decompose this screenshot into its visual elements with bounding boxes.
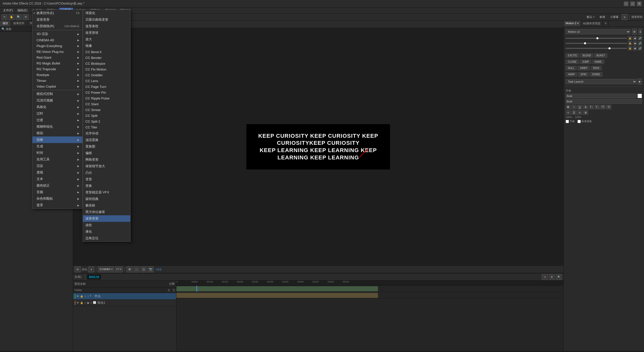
menu-rg-magic[interactable]: RG Magic Bullet ▶ xyxy=(33,60,82,66)
btn-strikethrough[interactable]: S̶ xyxy=(583,105,588,109)
playhead[interactable] xyxy=(197,286,197,292)
menu-red-giant[interactable]: Red Giant ▶ xyxy=(33,55,82,60)
slider1-key[interactable]: ◆ xyxy=(633,36,637,40)
checkbox-ziyu[interactable] xyxy=(566,120,569,123)
slider1-lock[interactable]: 🔒 xyxy=(628,36,632,40)
menu-revision[interactable]: RE:Vision Plug-ins ▶ xyxy=(33,49,82,55)
sub-warp[interactable]: 变形 xyxy=(83,176,130,183)
slider2-lock[interactable]: 🔒 xyxy=(628,41,632,45)
font-name-input[interactable] xyxy=(566,94,637,98)
time-display[interactable]: 00020 xyxy=(87,274,101,280)
right-tab-scripts[interactable]: AE脚本管理器 xyxy=(581,21,603,26)
btn-align-left[interactable]: ≡ xyxy=(566,110,571,115)
slider-2[interactable] xyxy=(566,43,627,44)
sub-polar[interactable]: 极坐标 xyxy=(83,202,130,209)
btn-harp[interactable]: HARP xyxy=(566,72,577,77)
task-launch-run[interactable]: ▶ xyxy=(638,79,642,85)
menu-audio[interactable]: 音频 ▶ xyxy=(33,189,82,195)
sub-bulge[interactable]: 凸出 xyxy=(83,169,130,176)
sub-offset[interactable]: 偏移 xyxy=(83,150,130,156)
vp-settings[interactable]: ⚙ xyxy=(75,266,81,272)
sub-warp-stabilizer[interactable]: 变形稳定器 VFX xyxy=(83,189,130,196)
sub-transform[interactable]: 变换 xyxy=(83,183,130,189)
workspace-standard[interactable]: 标准 xyxy=(598,15,607,19)
checkbox-biaoqian[interactable] xyxy=(577,120,581,123)
menu-file[interactable]: 文件(F) xyxy=(1,8,15,13)
workspace-more[interactable]: ≡ xyxy=(622,14,628,20)
sub-cc-split2[interactable]: CC Split 2 xyxy=(83,119,130,124)
tl-btn2[interactable]: ⚙ xyxy=(549,274,555,280)
btn-name[interactable]: NAME xyxy=(592,60,604,64)
sub-cc-lens[interactable]: CC Lens xyxy=(83,78,130,84)
slider3-lock[interactable]: 🔒 xyxy=(628,46,632,50)
btn-align-justify[interactable]: ≣ xyxy=(583,110,588,115)
btn-bold[interactable]: B xyxy=(566,105,571,109)
sub-cc-griddler[interactable]: CC Griddler xyxy=(83,72,130,78)
btn-blend[interactable]: BLEND xyxy=(580,53,593,58)
font-style-input[interactable] xyxy=(566,99,642,104)
sub-change-shape[interactable]: 改变形状 xyxy=(83,29,130,36)
sub-cc-flo-motion[interactable]: CC Flo Motion xyxy=(83,66,130,72)
toolbar-rotate[interactable]: ↻ xyxy=(23,14,29,20)
menu-distort[interactable]: 扭曲 ▶ xyxy=(33,136,82,143)
minimize-button[interactable]: ─ xyxy=(624,2,628,6)
sub-qiumianhua[interactable]: 球面化 xyxy=(83,10,130,16)
menu-transition[interactable]: 过渡 ▶ xyxy=(33,117,82,123)
sub-cc-page-turn[interactable]: CC Page Turn xyxy=(83,84,130,90)
sub-magnify[interactable]: 放大 xyxy=(83,36,130,43)
sub-ripple-stripe[interactable]: 波形条纹 xyxy=(83,23,130,29)
layer-expand-2[interactable]: ▶ xyxy=(87,301,89,304)
btn-jump[interactable]: JUMP xyxy=(580,60,591,64)
menu-stylize[interactable]: 风格化 ▶ xyxy=(33,104,82,110)
sub-liquify[interactable]: 液化 xyxy=(83,228,130,235)
layer-lock-2[interactable]: 🔒 xyxy=(80,301,83,304)
menu-cinema4d[interactable]: CINEMA 4D ▶ xyxy=(33,37,82,43)
vp-safe-zones[interactable]: □ xyxy=(134,266,140,272)
sub-cc-blobbyize[interactable]: CC Blobbyize xyxy=(83,61,130,66)
workspace-small[interactable]: 小屏幕 xyxy=(608,15,621,19)
tl-btn3[interactable]: 🔍 xyxy=(556,274,562,280)
menu-render[interactable]: 渲染 ▶ xyxy=(33,163,82,169)
sub-corner-pin[interactable]: 边角定位 xyxy=(83,235,130,241)
sub-mirror[interactable]: 镜像 xyxy=(83,43,130,49)
font-color-btn[interactable] xyxy=(637,94,642,98)
layer-row-2[interactable]: 👁 🔒 ☆ ▶ 2 ⬜ 组合1 xyxy=(73,300,176,306)
menu-remove-all[interactable]: 全部移除(R) Ctrl+Shift+E xyxy=(33,23,82,29)
layer-solo-1[interactable]: ☆ xyxy=(84,295,86,298)
layer-eye-2[interactable]: 👁 xyxy=(77,301,79,304)
btn-align-center[interactable]: ☰ xyxy=(571,110,576,115)
menu-text-effect[interactable]: 文本 ▶ xyxy=(33,176,82,182)
slider3-link[interactable]: 🔗 xyxy=(638,46,642,50)
menu-moni[interactable]: 模拟式控制 ▶ xyxy=(33,91,82,97)
menu-tilman[interactable]: Tilman ▶ xyxy=(33,78,82,84)
vp-snapshot[interactable]: 📷 xyxy=(148,266,154,272)
btn-excite[interactable]: EXCITE xyxy=(566,53,579,58)
sub-mesh-warp[interactable]: 网格变形 xyxy=(83,156,130,163)
layer-lock-1[interactable]: 🔒 xyxy=(80,295,83,298)
btn-burst[interactable]: BURST xyxy=(594,53,607,58)
sub-cc-smear[interactable]: CC Smear xyxy=(83,107,130,113)
btn-align-right[interactable]: ≡ xyxy=(577,110,582,115)
menu-utility[interactable]: 实用工具 ▶ xyxy=(33,156,82,163)
btn-underline[interactable]: U xyxy=(577,105,582,109)
sub-cc-split[interactable]: CC Split xyxy=(83,113,130,119)
slider-1[interactable] xyxy=(566,38,627,39)
btn-stare[interactable]: STARE xyxy=(590,72,602,77)
sub-turbulent[interactable]: 湍流置换 xyxy=(83,137,130,143)
tab-project[interactable]: 项目 xyxy=(0,21,11,26)
menu-video-copilot[interactable]: Video Copilot ▶ xyxy=(33,84,82,89)
menu-obsolete[interactable]: 过时 ▶ xyxy=(33,110,82,117)
menu-immersive[interactable]: 沉浸式视频 ▶ xyxy=(33,97,82,104)
motion-settings-btn[interactable]: ⚙ xyxy=(632,29,637,35)
sub-cc-slant[interactable]: CC Slant xyxy=(83,101,130,107)
toolbar-select[interactable]: ↖ xyxy=(2,14,8,20)
btn-spin[interactable]: SPIN xyxy=(578,72,589,77)
slider-3[interactable] xyxy=(566,48,627,49)
right-tab-more[interactable]: ≡ xyxy=(603,21,608,26)
tab-effects-controls[interactable]: 效果控件 xyxy=(11,21,27,26)
slider2-link[interactable]: 🔗 xyxy=(638,41,642,45)
layer-eye-1[interactable]: 👁 xyxy=(77,295,79,298)
close-button[interactable]: ✕ xyxy=(637,2,641,6)
timeline-tracks[interactable]: 0 00030 00100 00130 00200 00230 00300 00… xyxy=(176,280,563,351)
sub-displacement[interactable]: 置换图 xyxy=(83,143,130,150)
